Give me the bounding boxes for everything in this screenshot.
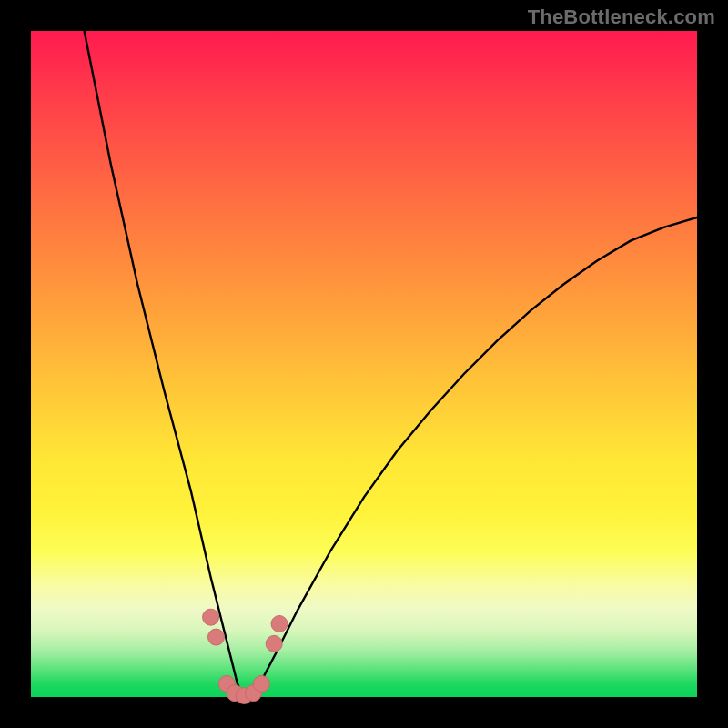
plot-area bbox=[31, 31, 697, 697]
marker-point bbox=[266, 635, 282, 652]
curve-layer bbox=[31, 31, 697, 697]
bottleneck-curve bbox=[85, 31, 697, 697]
chart-frame: TheBottleneck.com bbox=[0, 0, 728, 728]
marker-point bbox=[203, 609, 219, 625]
marker-point bbox=[208, 629, 225, 645]
watermark-text: TheBottleneck.com bbox=[528, 5, 715, 29]
marker-point bbox=[271, 616, 288, 632]
marker-point bbox=[253, 675, 269, 692]
